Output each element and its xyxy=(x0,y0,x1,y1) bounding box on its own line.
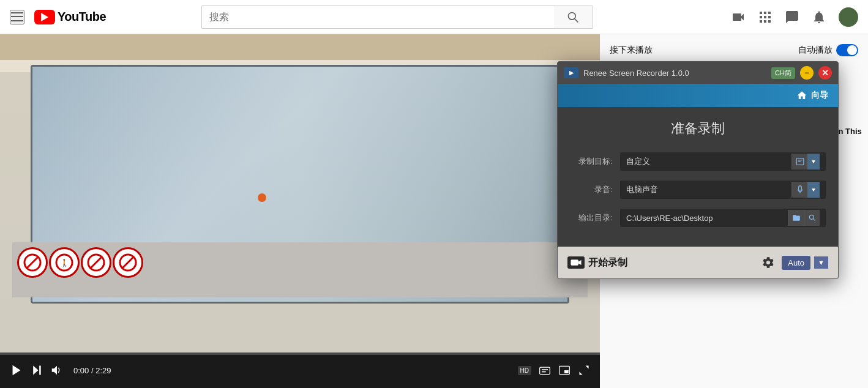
svg-line-12 xyxy=(26,256,39,269)
miniplayer-button[interactable] xyxy=(558,364,571,376)
ch-button[interactable]: CH简 xyxy=(771,67,795,79)
video-area[interactable]: 🚶 xyxy=(0,34,600,353)
svg-line-1 xyxy=(575,18,578,22)
svg-rect-5 xyxy=(760,16,762,18)
next-button[interactable] xyxy=(31,364,43,376)
recorder-app-icon: ▶ xyxy=(564,67,578,78)
youtube-logo[interactable]: YouTube xyxy=(34,10,106,24)
home-icon xyxy=(796,90,807,101)
svg-line-18 xyxy=(122,256,134,269)
video-section: 🚶 xyxy=(0,34,600,388)
field-output-label: 输出目录: xyxy=(570,212,613,223)
svg-rect-2 xyxy=(760,12,762,14)
auto-dropdown-button[interactable]: ▼ xyxy=(814,256,828,269)
svg-rect-31 xyxy=(798,160,802,160)
autoplay-toggle[interactable]: 自动播放 xyxy=(798,44,858,56)
guide-button[interactable]: 向导 xyxy=(796,90,828,101)
play-button[interactable] xyxy=(10,364,23,377)
recorder-field-output: 输出目录: C:\Users\RE-ac\Desktop xyxy=(570,209,826,227)
progress-bar[interactable] xyxy=(0,353,600,355)
field-output-value: C:\Users\RE-ac\Desktop xyxy=(626,214,788,223)
svg-rect-6 xyxy=(764,16,766,18)
autoplay-bar: 接下来播放 自动播放 xyxy=(605,39,863,64)
field-output-search-icon[interactable] xyxy=(804,210,820,226)
notifications-icon[interactable] xyxy=(812,10,826,24)
settings-button[interactable] xyxy=(758,253,778,272)
guide-label: 向导 xyxy=(811,90,828,101)
svg-rect-27 xyxy=(564,370,569,373)
svg-marker-20 xyxy=(33,366,38,375)
svg-line-37 xyxy=(813,218,815,221)
record-camera-icon xyxy=(567,256,585,269)
svg-marker-22 xyxy=(52,366,57,375)
svg-marker-35 xyxy=(812,188,815,192)
field-audio-dropdown[interactable] xyxy=(807,182,820,198)
header-right xyxy=(731,7,858,27)
search-bar xyxy=(201,6,593,29)
search-button[interactable] xyxy=(554,6,593,29)
fullscreen-button[interactable] xyxy=(578,364,590,376)
field-audio-value: 电脑声音 xyxy=(626,184,791,195)
upload-icon[interactable] xyxy=(731,10,746,24)
svg-rect-23 xyxy=(540,367,550,375)
svg-rect-32 xyxy=(798,161,801,162)
autoplay-toggle-label: 自动播放 xyxy=(798,45,832,56)
autoplay-switch[interactable] xyxy=(836,44,858,56)
recorder-field-target: 录制目标: 自定义 xyxy=(570,152,826,171)
search-input[interactable] xyxy=(201,6,554,29)
recorder-app-title: Renee Screen Recorder 1.0.0 xyxy=(583,69,766,78)
field-target-input[interactable]: 自定义 xyxy=(620,152,826,171)
recorder-main-title: 准备录制 xyxy=(570,119,826,138)
svg-text:🚶: 🚶 xyxy=(60,258,69,267)
volume-button[interactable] xyxy=(50,364,64,377)
hd-badge: HD xyxy=(518,366,531,375)
close-button[interactable]: ✕ xyxy=(818,66,832,80)
youtube-icon xyxy=(34,10,55,24)
svg-rect-38 xyxy=(571,259,578,265)
field-audio-input[interactable]: 电脑声音 xyxy=(620,181,826,199)
search-icon xyxy=(567,11,579,23)
settings-auto-row: Auto ▼ xyxy=(758,253,828,272)
sign-1 xyxy=(17,247,48,278)
svg-point-0 xyxy=(569,12,576,20)
recorder-body: 准备录制 录制目标: 自定义 xyxy=(558,107,838,247)
recorder-guide-bar: 向导 xyxy=(558,84,838,107)
sign-4 xyxy=(113,247,143,278)
field-output-input[interactable]: C:\Users\RE-ac\Desktop xyxy=(620,209,826,227)
field-target-value: 自定义 xyxy=(626,156,791,167)
header: YouTube xyxy=(0,0,868,34)
recorder-overlay: ▶ Renee Screen Recorder 1.0.0 CH简 − ✕ 向导… xyxy=(557,61,839,279)
start-record-label: 开始录制 xyxy=(588,256,627,269)
field-target-label: 录制目标: xyxy=(570,156,613,167)
subtitles-button[interactable] xyxy=(539,364,551,376)
start-record-button[interactable]: 开始录制 xyxy=(567,256,627,269)
svg-rect-10 xyxy=(768,20,771,23)
svg-rect-8 xyxy=(760,20,762,23)
svg-marker-19 xyxy=(13,365,21,376)
hamburger-menu-button[interactable] xyxy=(10,10,24,24)
svg-line-16 xyxy=(90,256,102,269)
video-controls: 0:00 / 2:29 HD xyxy=(0,353,600,388)
minimize-button[interactable]: − xyxy=(800,66,814,80)
sign-panel: 🚶 xyxy=(12,242,588,297)
auto-button[interactable]: Auto xyxy=(782,256,810,270)
field-target-icon[interactable] xyxy=(791,154,807,170)
apps-grid-icon[interactable] xyxy=(758,10,773,24)
messages-icon[interactable] xyxy=(785,10,799,24)
recorder-titlebar: ▶ Renee Screen Recorder 1.0.0 CH简 − ✕ xyxy=(558,62,838,84)
header-left: YouTube xyxy=(10,10,132,24)
field-output-folder-icon[interactable] xyxy=(788,210,804,226)
avatar[interactable] xyxy=(839,7,858,27)
svg-rect-9 xyxy=(764,20,766,23)
svg-rect-3 xyxy=(764,12,766,14)
time-display: 0:00 / 2:29 xyxy=(73,366,111,375)
recorder-field-audio: 录音: 电脑声音 xyxy=(570,181,826,199)
field-audio-label: 录音: xyxy=(570,184,613,195)
svg-rect-21 xyxy=(39,366,41,375)
svg-rect-4 xyxy=(768,12,771,14)
recorder-footer: 开始录制 Auto ▼ xyxy=(558,247,838,278)
sign-3 xyxy=(81,247,111,278)
field-target-dropdown[interactable] xyxy=(807,154,820,170)
field-audio-icon[interactable] xyxy=(791,182,807,198)
youtube-text: YouTube xyxy=(58,10,106,24)
